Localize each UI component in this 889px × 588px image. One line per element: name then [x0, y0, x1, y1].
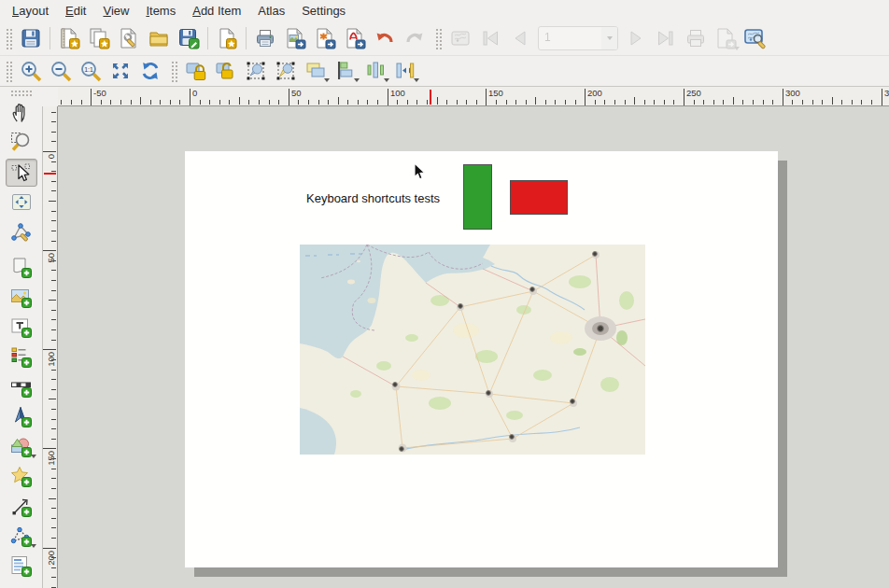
- add-items-from-template-button[interactable]: [213, 24, 241, 52]
- duplicate-layout-button[interactable]: [85, 24, 113, 52]
- ruler-tick: [51, 211, 56, 212]
- add-north-arrow-tool[interactable]: [6, 403, 37, 431]
- layout-page[interactable]: Keyboard shortcuts tests: [185, 151, 778, 567]
- ruler-tick: [110, 100, 111, 105]
- printer-icon: [254, 27, 276, 49]
- toolbar-drag-handle[interactable]: [5, 60, 13, 82]
- menu-layout[interactable]: Layout: [4, 1, 57, 21]
- ruler-tick: [190, 89, 190, 105]
- horizontal-ruler[interactable]: -50050100150200250300350: [58, 87, 889, 106]
- add-attribute-table-tool[interactable]: [6, 553, 37, 581]
- export-as-image-button[interactable]: [281, 24, 309, 52]
- new-layout-button[interactable]: [55, 24, 83, 52]
- undo-button[interactable]: [371, 24, 399, 52]
- print-layout-button[interactable]: [251, 24, 279, 52]
- add-label-tool[interactable]: [6, 314, 37, 342]
- toolbar-drag-handle[interactable]: [434, 27, 443, 49]
- menu-view[interactable]: View: [94, 1, 137, 21]
- add-picture-tool[interactable]: [6, 284, 37, 312]
- ruler-tick: [51, 231, 56, 231]
- select-move-item-tool[interactable]: [6, 159, 37, 187]
- ruler-tick: [882, 89, 882, 105]
- menu-items[interactable]: Items: [137, 1, 184, 21]
- add-arrow-tool[interactable]: [6, 493, 37, 521]
- move-item-content-tool[interactable]: [6, 189, 37, 217]
- menu-settings[interactable]: Settings: [293, 1, 354, 21]
- toolbar-drag-handle[interactable]: [10, 90, 33, 97]
- map-item[interactable]: [300, 245, 645, 455]
- pan-layout-tool[interactable]: [6, 99, 37, 127]
- preview-atlas-button[interactable]: [446, 24, 474, 52]
- zoom-in-button[interactable]: [17, 58, 45, 84]
- save-template-icon: [177, 27, 200, 49]
- label-item[interactable]: Keyboard shortcuts tests: [306, 191, 440, 205]
- atlas-settings-button[interactable]: [741, 24, 769, 52]
- export-image-icon: [284, 27, 306, 49]
- toolbar-drag-handle[interactable]: [170, 60, 178, 82]
- ruler-tick: [170, 100, 171, 105]
- load-from-template-button[interactable]: [145, 24, 173, 52]
- refresh-view-button[interactable]: [136, 58, 164, 84]
- lock-selected-items-button[interactable]: [182, 58, 210, 84]
- export-as-svg-button[interactable]: [311, 24, 339, 52]
- atlas-feature-combobox[interactable]: 1: [538, 26, 618, 50]
- combobox-dropdown-button[interactable]: [601, 27, 617, 49]
- ruler-tick: [526, 100, 527, 105]
- ruler-tick: [328, 100, 329, 105]
- ruler-tick: [51, 220, 56, 221]
- edit-nodes-item-tool[interactable]: [6, 218, 37, 246]
- ruler-tick: [120, 100, 121, 105]
- save-as-template-button[interactable]: [175, 24, 203, 52]
- zoom-tool[interactable]: [6, 129, 37, 157]
- add-scalebar-tool[interactable]: [6, 373, 37, 401]
- ruler-tick: [861, 100, 862, 105]
- last-feature-button[interactable]: [652, 24, 680, 52]
- ruler-label: 50: [291, 88, 302, 98]
- add-marker-tool[interactable]: [6, 463, 37, 491]
- save-project-button[interactable]: [17, 24, 45, 52]
- add-node-item-tool[interactable]: [6, 523, 37, 551]
- ruler-tick: [822, 100, 823, 105]
- layout-manager-button[interactable]: [115, 24, 143, 52]
- zoom-out-button[interactable]: [47, 58, 75, 84]
- menu-edit[interactable]: Edit: [57, 1, 94, 21]
- resize-items-button[interactable]: [391, 58, 419, 84]
- toolbar-drag-handle[interactable]: [5, 27, 13, 49]
- first-feature-icon: [479, 27, 501, 49]
- zoom-actual-button[interactable]: 1:1: [77, 58, 105, 84]
- ruler-tick: [131, 100, 132, 105]
- raise-selected-items-button[interactable]: [302, 58, 330, 84]
- print-atlas-button[interactable]: [682, 24, 710, 52]
- zoom-full-button[interactable]: [106, 58, 134, 84]
- next-feature-button[interactable]: [622, 24, 650, 52]
- ruler-tick: [742, 100, 743, 105]
- ruler-tick: [51, 260, 56, 261]
- ruler-tick: [42, 349, 56, 350]
- group-items-button[interactable]: [242, 58, 270, 84]
- ruler-tick: [772, 100, 773, 105]
- align-selected-items-button[interactable]: [332, 58, 360, 84]
- ruler-tick: [51, 538, 56, 539]
- unlock-all-button[interactable]: [212, 58, 240, 84]
- layout-canvas[interactable]: Keyboard shortcuts tests: [58, 106, 889, 588]
- vertical-ruler[interactable]: 050100150200: [42, 106, 58, 588]
- export-as-pdf-button[interactable]: [341, 24, 369, 52]
- export-atlas-button[interactable]: [712, 24, 740, 52]
- redo-button[interactable]: [401, 24, 429, 52]
- ruler-tick: [51, 409, 56, 410]
- previous-feature-button[interactable]: [506, 24, 534, 52]
- item-red-rectangle[interactable]: [510, 180, 568, 215]
- ruler-tick: [388, 89, 388, 105]
- add-legend-tool[interactable]: [6, 343, 37, 371]
- item-green-rectangle[interactable]: [463, 164, 492, 230]
- ungroup-items-button[interactable]: [272, 58, 300, 84]
- menu-atlas[interactable]: Atlas: [249, 1, 293, 21]
- first-feature-button[interactable]: [476, 24, 504, 52]
- add-shape-tool[interactable]: [6, 433, 37, 461]
- map-image: [300, 245, 645, 455]
- add-page-tool[interactable]: [6, 254, 37, 282]
- chevron-down-icon: [324, 78, 330, 82]
- add-legend-icon: [9, 345, 34, 370]
- menu-add-item[interactable]: Add Item: [184, 1, 249, 21]
- distribute-items-button[interactable]: [361, 58, 389, 84]
